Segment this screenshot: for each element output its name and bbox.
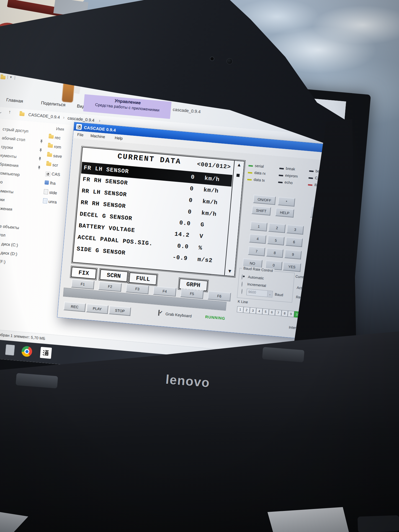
kline-cell[interactable]: 2 <box>243 307 250 313</box>
incremental-radio[interactable] <box>241 282 243 287</box>
automatic-radio[interactable] <box>241 274 243 280</box>
qat-collapse-icon[interactable]: ▾ <box>10 75 12 79</box>
can-indicator-icon <box>308 177 313 179</box>
eeprom-indicator-icon <box>279 175 283 176</box>
beep-indicator-icon <box>309 170 313 172</box>
kline-cell[interactable]: 8 <box>281 310 288 317</box>
taskbar-window-icon[interactable] <box>5 344 15 356</box>
f4-button[interactable]: F4 <box>153 286 176 296</box>
document-icon <box>44 189 48 194</box>
folder-icon <box>48 135 54 139</box>
current-data-display: CURRENT DATA <001/012> FR LH SENSOR 0 km… <box>72 147 245 277</box>
shift-button[interactable]: SHIFT <box>251 206 271 216</box>
nav-up-icon[interactable]: ↑ <box>8 109 11 115</box>
scrn-button[interactable]: SCRN <box>100 269 128 282</box>
yes-button[interactable]: YES <box>283 262 301 272</box>
baud-select[interactable]: 9600 ⌄ <box>246 289 273 298</box>
kline-cell[interactable]: 3 <box>249 307 256 314</box>
baud-rate-group: Baud Rate Control Automatic Incremental … <box>237 268 295 303</box>
kline-cell[interactable]: 4 <box>256 308 263 314</box>
kline-cell[interactable]: 6 <box>269 309 276 316</box>
key-9[interactable]: 9 <box>284 249 302 259</box>
column-header-name[interactable]: Имя <box>56 126 65 131</box>
fixed-baud-radio[interactable] <box>241 289 243 294</box>
key-3[interactable]: 3 <box>287 225 304 235</box>
folder-icon <box>48 144 53 148</box>
grab-keyboard-checkbox[interactable] <box>158 310 160 316</box>
eeprom-indicator-label: eeprom <box>285 173 298 178</box>
key-2[interactable]: 2 <box>268 223 285 233</box>
key-7[interactable]: 7 <box>248 246 265 256</box>
data-tx-indicator-label: data tx <box>253 177 265 182</box>
scroll-up-icon[interactable]: ▲ <box>234 162 244 168</box>
breadcrumb-folder-icon <box>19 112 25 117</box>
grab-keyboard-label: Grab Keyboard <box>165 311 192 318</box>
scroll-down-icon[interactable]: ▼ <box>225 268 235 275</box>
page-indicator: <001/012> <box>197 161 231 170</box>
file-row[interactable]: stde <box>44 189 57 195</box>
automatic-label: Automatic <box>248 275 264 280</box>
echo-indicator-label: echo <box>284 180 293 185</box>
tab-share[interactable]: Поделиться <box>41 100 66 108</box>
kline-cell[interactable]: 5 <box>262 308 269 315</box>
nav-dropdown-icon[interactable]: ⌄ <box>0 109 2 114</box>
tab-home[interactable]: Главная <box>6 97 23 104</box>
scroll-thumb[interactable] <box>236 174 240 177</box>
pin-icon <box>40 139 43 144</box>
qat-separator2: | <box>14 75 16 80</box>
status-text: ыбран 1 элемент: 5,70 МБ <box>0 332 45 341</box>
file-row[interactable]: lha <box>45 180 56 186</box>
file-row[interactable]: rec <box>48 134 61 140</box>
key-4[interactable]: 4 <box>249 234 266 244</box>
key-5[interactable]: 5 <box>267 236 284 245</box>
help-button[interactable]: HELP <box>275 208 294 218</box>
taskbar-cascade-icon[interactable] <box>40 347 52 359</box>
fix-button[interactable]: FIX <box>71 267 97 279</box>
break-indicator-icon <box>279 168 284 169</box>
folder-icon <box>47 153 52 157</box>
f1-button[interactable]: F1 <box>71 279 94 289</box>
key-8[interactable]: 8 <box>266 248 283 258</box>
pin-icon <box>37 165 41 170</box>
serial-indicator-icon <box>248 165 253 167</box>
key-1[interactable]: 1 <box>250 221 267 231</box>
f6-button[interactable]: F6 <box>208 291 231 301</box>
f5-button[interactable]: F5 <box>180 288 204 299</box>
rec-button[interactable]: REC <box>63 301 86 312</box>
data-tx-indicator-icon <box>247 179 252 180</box>
f2-button[interactable]: F2 <box>98 281 122 292</box>
star-button[interactable]: * <box>278 197 295 206</box>
kline-cell[interactable]: 7 <box>275 310 282 316</box>
echo-indicator-icon <box>278 181 282 183</box>
stop-button[interactable]: STOP <box>109 306 131 316</box>
cascade-title: CASCADE 0.9.4 <box>84 125 116 132</box>
qat-folder-icon[interactable] <box>0 75 6 81</box>
chrome-icon[interactable] <box>21 346 32 357</box>
data-rx-indicator-label: data rx <box>254 170 266 176</box>
app-icon <box>45 180 49 185</box>
file-row[interactable]: scr <box>46 162 58 168</box>
f3-button[interactable]: F3 <box>126 284 149 294</box>
menu-file[interactable]: File <box>77 132 84 137</box>
onoff-button[interactable]: ON/OFF <box>253 195 276 205</box>
key-6[interactable]: 6 <box>285 237 303 247</box>
taki-kanji-icon <box>42 349 50 357</box>
qat-separator: | <box>7 75 8 79</box>
webcam-icon <box>226 58 233 64</box>
kline-cell[interactable]: 1 <box>237 306 244 313</box>
lenovo-logo: lenovo <box>165 372 210 390</box>
breadcrumb-sep: › <box>63 115 65 120</box>
play-button[interactable]: PLAY <box>86 304 108 314</box>
explorer-title: cascade_0.9.4 <box>173 107 201 114</box>
menu-machine[interactable]: Machine <box>90 133 105 139</box>
breadcrumb-current[interactable]: cascade_0.9.4 <box>67 116 95 122</box>
menu-help[interactable]: Help <box>115 135 123 140</box>
photo-laptop-scene: | ▾ | Главная Поделиться Вид Управление … <box>0 0 399 532</box>
breadcrumb-root[interactable]: CASCADE_0.9.4 <box>28 112 60 120</box>
running-status: RUNNING <box>205 314 225 321</box>
pin-icon <box>38 157 42 161</box>
full-button[interactable]: FULL <box>129 272 157 285</box>
folder-icon <box>46 162 52 166</box>
breadcrumb-sep2: › <box>99 118 101 123</box>
kline-cell[interactable]: 9 <box>287 311 294 317</box>
